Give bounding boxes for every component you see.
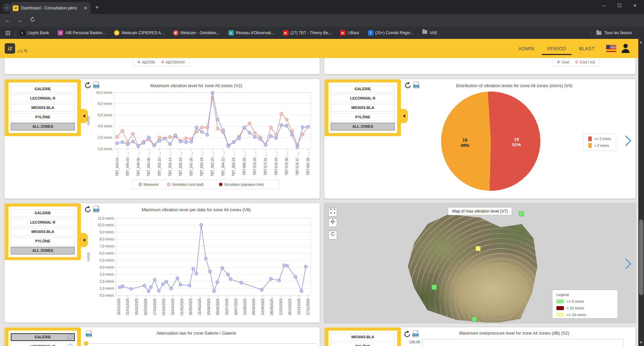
svg-text:TBT_555-13 - ...: TBT_555-13 - ...	[168, 152, 172, 176]
zone-selector: GALERIE←LECORNIAL R→	[5, 328, 81, 346]
zone-button-mr3003-bla[interactable]: MR3003-BLA	[331, 104, 395, 112]
legend-item: Cost / m3	[575, 60, 595, 64]
zone-button-all-zones[interactable]: ALL ZONES	[11, 247, 75, 254]
browser-tab[interactable]: i2 Dashboard - Consultation pério ✕	[10, 2, 91, 14]
new-tab-button[interactable]: +	[95, 4, 99, 11]
bookmark-webcam-gr-oli-re[interactable]: ◉Webcam - Gréolière...	[173, 30, 220, 36]
tab-search-icon[interactable]: ⌄	[3, 3, 11, 11]
vibration-map-marker[interactable]	[472, 317, 477, 322]
map-fullscreen-button[interactable]	[328, 208, 337, 217]
svg-text:TBT_564-22 - ...: TBT_564-22 - ...	[221, 152, 225, 176]
zone-button-mr3003-bla[interactable]: MR3003-BLA	[11, 228, 75, 236]
zone-button-mr3003-bla[interactable]: MR3003-BLA	[331, 333, 395, 341]
zone-button-lecornial-r[interactable]: LECORNIAL R	[11, 219, 75, 226]
zone-button-pyl-ne[interactable]: PYLÔNE	[11, 113, 75, 121]
zone-button-pyl-ne[interactable]: PYLÔNE	[331, 113, 395, 121]
tab-close-icon[interactable]: ✕	[84, 6, 88, 10]
scrollbar-up-arrow[interactable]	[640, 41, 642, 43]
zone-button-galerie[interactable]: GALERIE	[331, 85, 395, 93]
bookmark-vae[interactable]: VAE	[422, 30, 437, 36]
window-maximize-button[interactable]	[612, 0, 627, 11]
bookmark-i-blast[interactable]: ▶I-Blast	[340, 30, 359, 36]
map-legend-title: Legend	[556, 293, 613, 297]
zone-button-lecornial-r[interactable]: LECORNIAL R	[11, 95, 75, 102]
zone-button-pyl-ne[interactable]: PYLÔNE	[11, 237, 75, 245]
svg-text:30/06/2025: 30/06/2025	[216, 298, 220, 315]
chart-title-v2: Maximum vibration level for zone All zon…	[85, 83, 308, 88]
svg-text:15/06/2025: 15/06/2025	[207, 298, 211, 315]
vibration-map-marker[interactable]	[476, 246, 481, 251]
i-blast-logo[interactable]: i2	[5, 43, 15, 54]
menu-item-period[interactable]: PERIOD	[547, 46, 566, 51]
zone-button-mr3003-bla[interactable]: MR3003-BLA	[11, 104, 75, 112]
svg-text:1,0 mm/s: 1,0 mm/s	[100, 286, 114, 290]
svg-text:29/08/2025: 29/08/2025	[252, 298, 256, 315]
user-account-icon[interactable]	[621, 43, 630, 54]
svg-text:30/07/2025: 30/07/2025	[234, 298, 238, 315]
attenuation-law-panel-s1: GALERIE←LECORNIAL R→ CSV Attenuation law…	[4, 327, 320, 346]
bookmark-20-comit-r-gio[interactable]: f(20+) Comité Régio...	[368, 30, 414, 36]
zone-button-galerie[interactable]: GALERIE	[11, 85, 75, 93]
zone-button-all-zones[interactable]: ALL ZONES	[331, 123, 395, 130]
svg-text:16/01/2025: 16/01/2025	[117, 298, 121, 315]
svg-text:13/09/2025: 13/09/2025	[261, 298, 265, 315]
next-page-chevron[interactable]	[624, 135, 633, 148]
zone-button-lecornial-r[interactable]: LECORNIAL R→	[11, 343, 75, 346]
collapse-left-arrow-icon[interactable]: ←	[67, 335, 72, 340]
svg-text:TBT_543-01 - ...: TBT_543-01 - ...	[115, 152, 119, 176]
vibration-map-marker[interactable]	[519, 211, 524, 216]
chart-title-v6: Maximum vibration level per date for zon…	[85, 207, 308, 212]
scrollbar-down-arrow[interactable]	[640, 342, 642, 344]
svg-text:11,0 mm/s: 11,0 mm/s	[98, 216, 114, 220]
zone-button-lecornial-r[interactable]: LECORNIAL R	[331, 95, 395, 102]
overpressure-panel-s2: MR3003-BLAPYLÔNE CSV Maximum overpressur…	[324, 327, 636, 346]
quarry-aerial-photo[interactable]	[407, 214, 537, 323]
next-page-chevron[interactable]	[624, 258, 633, 271]
menu-item-blast[interactable]: BLAST	[579, 46, 595, 51]
zone-button-all-zones[interactable]: ALL ZONES	[11, 123, 75, 130]
scrollbar-thumb[interactable]	[639, 220, 643, 295]
aib-icon: A	[58, 30, 63, 36]
svg-text:01/04/2025: 01/04/2025	[162, 298, 166, 315]
svg-text:TBT-579-37 - ...: TBT-579-37 - ...	[296, 152, 299, 175]
svg-text:15/02/2025: 15/02/2025	[135, 298, 139, 315]
zone-selector: GALERIELECORNIAL RMR3003-BLAPYLÔNEALL ZO…	[5, 204, 81, 260]
slider-knob[interactable]	[84, 341, 88, 346]
all-favorites-button[interactable]: Tous les favoris	[591, 31, 632, 35]
bookmark-label: AIB Personal Bankin...	[65, 31, 105, 35]
vibration-map-marker[interactable]	[432, 285, 437, 290]
zone-button-galerie[interactable]: GALERIE	[11, 209, 75, 217]
reload-button[interactable]	[28, 16, 37, 25]
bookmark-aib-personal-bankin[interactable]: AAIB Personal Bankin...	[58, 30, 105, 36]
legend-item: kgCO2e/m3	[161, 60, 185, 64]
bookmark-lloyds-bank[interactable]: LLloyds Bank	[20, 30, 49, 36]
apps-grid-icon[interactable]	[5, 31, 10, 35]
zone-button-galerie[interactable]: GALERIE←	[11, 333, 75, 341]
line-chart-v2[interactable]: 0,0 mm/s2,0 mm/s4,0 mm/s6,0 mm/s8,0 mm/s…	[85, 89, 317, 196]
menu-item-admin[interactable]: ADMIN	[519, 46, 535, 51]
back-button[interactable]: ←	[3, 16, 12, 25]
main-menu: ADMIN PERIOD BLAST	[519, 39, 595, 58]
map-refresh-button[interactable]	[328, 231, 337, 239]
expand-right-arrow-icon[interactable]: →	[68, 344, 73, 346]
svg-text:4,0 mm/s: 4,0 mm/s	[98, 124, 112, 128]
vibration-distribution-panel-v4: GALERIELECORNIAL RMR3003-BLAPYLÔNEALL ZO…	[324, 79, 636, 199]
bookmark-27-tbt-thierry-be[interactable]: ▶(27) TBT - Thierry Be...	[283, 30, 332, 36]
map-legend-item: <= 10 mm/s	[556, 313, 586, 317]
facebook-icon: f	[368, 30, 373, 36]
bookmark-r-seau-d-observati[interactable]: ▲Réseau d'Observati...	[228, 30, 274, 36]
observatory-icon: ▲	[228, 30, 234, 36]
map-center-button[interactable]	[328, 218, 337, 227]
line-chart-v6[interactable]: 0,0 mm/s1,0 mm/s2,0 mm/s3,0 mm/s4,0 mm/s…	[85, 213, 320, 323]
language-flag-icon[interactable]	[606, 45, 616, 52]
window-close-button[interactable]: ✕	[627, 0, 643, 11]
forward-button[interactable]: →	[15, 16, 24, 25]
svg-text:mm/s: mm/s	[86, 116, 90, 125]
zone-button-pyl-ne[interactable]: PYLÔNE	[331, 343, 395, 346]
slider-track[interactable]	[86, 343, 317, 344]
window-minimize-button[interactable]	[596, 0, 612, 11]
page-scrollbar[interactable]	[638, 39, 644, 346]
legend-marker	[575, 61, 578, 63]
youtube-icon: ▶	[283, 30, 288, 36]
bookmark-webcam-cipieres-a[interactable]: ◉Webcam CIPIERES A...	[114, 30, 164, 36]
